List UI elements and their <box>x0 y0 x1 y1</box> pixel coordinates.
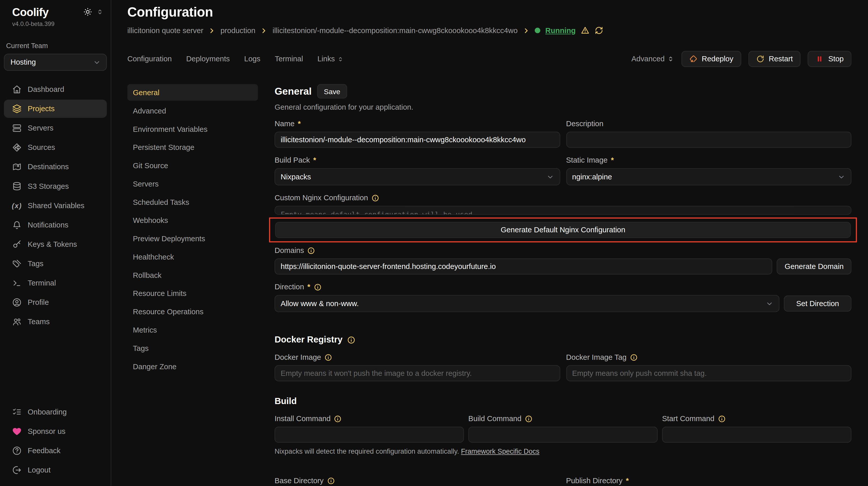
git-icon <box>12 143 22 152</box>
info-icon[interactable] <box>718 415 725 422</box>
user-circle-icon <box>12 298 22 307</box>
theme-sun-icon[interactable] <box>83 7 92 17</box>
sidebar-item-terminal[interactable]: Terminal <box>4 274 107 292</box>
build-command-label: Build Command <box>468 415 522 423</box>
subnav-item-danger-zone[interactable]: Danger Zone <box>127 358 258 375</box>
build-command-input[interactable] <box>468 427 658 443</box>
info-icon[interactable] <box>314 283 321 291</box>
name-input[interactable] <box>275 132 560 148</box>
docker-image-input[interactable] <box>275 365 560 381</box>
info-icon[interactable] <box>371 194 379 201</box>
main-area: Configuration illicitonion quote serverp… <box>111 0 868 486</box>
subnav-item-advanced[interactable]: Advanced <box>127 102 258 119</box>
status-dot-icon <box>535 28 540 33</box>
stop-button[interactable]: Stop <box>808 51 851 67</box>
sidebar-item-teams[interactable]: Teams <box>4 313 107 331</box>
custom-nginx-textarea[interactable] <box>275 206 851 215</box>
subnav-item-servers[interactable]: Servers <box>127 175 258 192</box>
sidebar-item-servers[interactable]: Servers <box>4 119 107 137</box>
breadcrumb-item[interactable]: illicitestonion/-module--decomposition:m… <box>273 26 518 35</box>
sidebar-item-dashboard[interactable]: Dashboard <box>4 80 107 98</box>
direction-select[interactable]: Allow www & non-www. <box>275 295 779 312</box>
stop-pause-icon <box>815 55 824 63</box>
subnav-item-scheduled-tasks[interactable]: Scheduled Tasks <box>127 194 258 210</box>
sidebar-item-onboarding[interactable]: Onboarding <box>4 403 107 421</box>
sidebar-item-tags[interactable]: Tags <box>4 254 107 273</box>
subnav-item-healthcheck[interactable]: Healthcheck <box>127 248 258 265</box>
sidebar-item-shared-variables[interactable]: (x)Shared Variables <box>4 196 107 215</box>
sidebar-item-s3-storages[interactable]: S3 Storages <box>4 177 107 195</box>
subnav-item-persistent-storage[interactable]: Persistent Storage <box>127 139 258 156</box>
static-image-label: Static Image <box>566 156 608 164</box>
tab-terminal[interactable]: Terminal <box>275 55 303 63</box>
subnav-item-rollback[interactable]: Rollback <box>127 267 258 283</box>
start-command-input[interactable] <box>662 427 851 443</box>
content: GeneralAdvancedEnvironment VariablesPers… <box>127 84 851 486</box>
sidebar-item-label: Tags <box>28 260 43 268</box>
sidebar-item-projects[interactable]: Projects <box>4 99 107 118</box>
static-image-value: nginx:alpine <box>572 173 612 181</box>
sidebar-item-notifications[interactable]: Notifications <box>4 216 107 234</box>
sidebar-item-keys-tokens[interactable]: Keys & Tokens <box>4 235 107 253</box>
subnav-item-environment-variables[interactable]: Environment Variables <box>127 121 258 137</box>
subnav-item-resource-limits[interactable]: Resource Limits <box>127 285 258 301</box>
domains-input[interactable] <box>275 259 773 274</box>
restart-button[interactable]: Restart <box>748 51 801 67</box>
tab-links[interactable]: Links <box>317 55 344 63</box>
subnav-item-git-source[interactable]: Git Source <box>127 157 258 174</box>
subnav-item-resource-operations[interactable]: Resource Operations <box>127 303 258 320</box>
publish-directory-label: Publish Directory <box>566 476 623 485</box>
info-icon[interactable] <box>308 247 315 254</box>
sidebar-item-sources[interactable]: Sources <box>4 138 107 157</box>
subnav-item-preview-deployments[interactable]: Preview Deployments <box>127 230 258 247</box>
sidebar-item-logout[interactable]: Logout <box>4 461 107 479</box>
install-command-input[interactable] <box>275 427 464 443</box>
subnav-item-metrics[interactable]: Metrics <box>127 322 258 338</box>
sidebar-item-profile[interactable]: Profile <box>4 293 107 312</box>
restart-icon <box>756 55 765 63</box>
refresh-status-icon[interactable] <box>594 26 603 35</box>
generate-nginx-button[interactable]: Generate Default Nginx Configuration <box>275 222 851 238</box>
save-button[interactable]: Save <box>317 84 347 99</box>
advanced-label: Advanced <box>631 55 665 63</box>
framework-docs-link[interactable]: Framework Specific Docs <box>461 448 539 455</box>
info-icon[interactable] <box>327 477 335 484</box>
chevron-down-icon <box>93 58 100 66</box>
status-badge[interactable]: Running <box>545 26 576 35</box>
list-checks-icon <box>12 408 22 417</box>
info-icon[interactable] <box>324 353 332 361</box>
team-select[interactable]: Hosting <box>4 54 107 71</box>
set-direction-button[interactable]: Set Direction <box>784 295 851 312</box>
info-icon[interactable] <box>347 336 355 344</box>
redeploy-button[interactable]: Redeploy <box>681 51 741 67</box>
generate-domain-button[interactable]: Generate Domain <box>777 259 851 274</box>
domains-label: Domains <box>275 246 304 255</box>
sidebar-item-feedback[interactable]: Feedback <box>4 442 107 460</box>
chevron-down-icon <box>837 173 845 181</box>
sidebar-footer-nav: OnboardingSponsor usFeedbackLogout <box>4 403 107 479</box>
tab-logs[interactable]: Logs <box>244 55 260 63</box>
theme-chevrons-icon[interactable] <box>96 8 103 15</box>
brand-title: Coolify <box>12 6 49 19</box>
sidebar-item-destinations[interactable]: Destinations <box>4 158 107 176</box>
tab-configuration[interactable]: Configuration <box>127 55 172 63</box>
breadcrumb-item[interactable]: illicitonion quote server <box>127 26 204 35</box>
subnav-item-general[interactable]: General <box>127 84 258 101</box>
warning-icon[interactable] <box>581 26 590 35</box>
info-icon[interactable] <box>334 415 342 422</box>
docker-image-tag-input[interactable] <box>566 365 851 381</box>
build-pack-select[interactable]: Nixpacks <box>275 168 560 185</box>
info-icon[interactable] <box>630 353 638 361</box>
tab-deployments[interactable]: Deployments <box>186 55 229 63</box>
subnav-item-webhooks[interactable]: Webhooks <box>127 212 258 228</box>
sidebar-item-sponsor-us[interactable]: Sponsor us <box>4 422 107 441</box>
advanced-dropdown[interactable]: Advanced <box>631 55 674 63</box>
subnav-item-tags[interactable]: Tags <box>127 340 258 356</box>
breadcrumb-item[interactable]: production <box>220 26 255 35</box>
sidebar-item-label: Logout <box>28 466 51 474</box>
description-input[interactable] <box>566 132 851 148</box>
docker-image-tag-label: Docker Image Tag <box>566 353 627 361</box>
static-image-select[interactable]: nginx:alpine <box>566 168 851 185</box>
info-icon[interactable] <box>525 415 532 422</box>
name-label: Name <box>275 120 294 128</box>
